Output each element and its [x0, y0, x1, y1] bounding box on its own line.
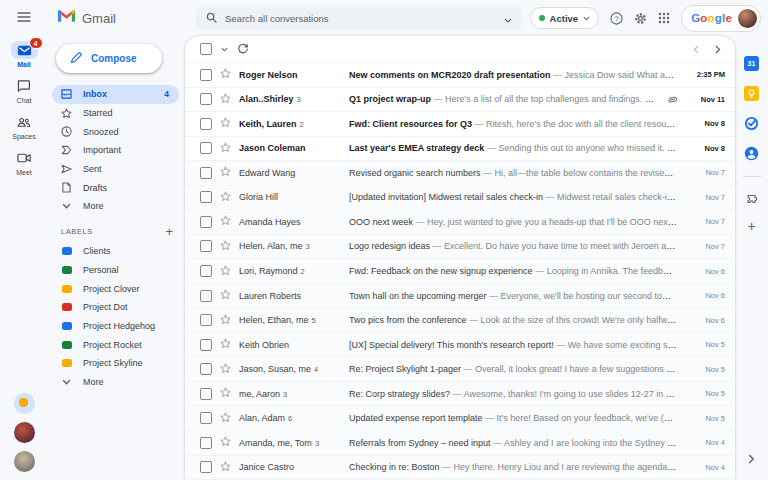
add-label-button[interactable]: + — [165, 227, 173, 237]
row-checkbox[interactable] — [200, 69, 212, 81]
star-icon[interactable] — [220, 215, 231, 228]
row-checkbox[interactable] — [200, 314, 212, 326]
calendar-icon[interactable]: 31 — [744, 56, 759, 71]
star-icon[interactable] — [220, 387, 231, 400]
older-page-button[interactable] — [715, 45, 721, 54]
profile-avatar-2[interactable] — [14, 422, 35, 443]
label-item-personal[interactable]: Personal — [48, 261, 179, 280]
row-checkbox[interactable] — [200, 437, 212, 449]
star-icon[interactable] — [220, 412, 231, 425]
help-button[interactable]: ? — [610, 12, 623, 25]
status-selector[interactable]: Active — [530, 7, 600, 29]
email-row[interactable]: Keith Obrien[UX] Special delivery! This … — [185, 333, 735, 358]
row-checkbox[interactable] — [200, 167, 212, 179]
email-row[interactable]: Keith, Lauren2Fwd: Client resources for … — [185, 112, 735, 137]
search-options-caret-icon[interactable] — [504, 9, 512, 27]
label-item-clients[interactable]: Clients — [48, 242, 179, 261]
sidebar-item-inbox[interactable]: Inbox4 — [52, 85, 179, 104]
label-item-project-clover[interactable]: Project Clover — [48, 279, 179, 298]
label-item-project-hedgehog[interactable]: Project Hedgehog — [48, 317, 179, 336]
row-checkbox[interactable] — [200, 461, 212, 473]
select-all-checkbox[interactable] — [200, 43, 212, 55]
thread-count: 3 — [306, 242, 310, 251]
expand-side-panel-button[interactable] — [748, 450, 755, 468]
account-pill[interactable]: Google — [681, 5, 761, 32]
star-icon[interactable] — [220, 68, 231, 81]
row-checkbox[interactable] — [200, 240, 212, 252]
star-icon[interactable] — [220, 265, 231, 278]
settings-gear-button[interactable] — [634, 12, 647, 25]
main-menu-button[interactable] — [0, 9, 48, 27]
label-item-project-skyline[interactable]: Project Skyline — [48, 354, 179, 373]
email-row[interactable]: Amanda, me, Tom3Referrals from Sydney – … — [185, 431, 735, 456]
star-icon[interactable] — [220, 93, 231, 106]
refresh-button[interactable] — [237, 43, 249, 55]
email-row[interactable]: Lori, Raymond2Fwd: Feedback on the new s… — [185, 259, 735, 284]
star-icon[interactable] — [220, 166, 231, 179]
row-checkbox[interactable] — [200, 142, 212, 154]
email-row[interactable]: me, Aaron3Re: Corp strategy slides? — Aw… — [185, 382, 735, 407]
star-icon[interactable] — [220, 338, 231, 351]
row-checkbox[interactable] — [200, 265, 212, 277]
email-row[interactable]: Jason, Susan, me4Re: Project Skylight 1-… — [185, 357, 735, 382]
email-row[interactable]: Alan..Shirley3Q1 project wrap-up — Here'… — [185, 88, 735, 113]
profile-avatar-3[interactable] — [14, 451, 35, 472]
star-icon[interactable] — [220, 117, 231, 130]
star-icon[interactable] — [220, 191, 231, 204]
contacts-icon[interactable] — [744, 146, 759, 161]
workspace-avatar[interactable] — [14, 393, 35, 414]
tasks-icon[interactable] — [744, 116, 759, 131]
star-icon[interactable] — [220, 461, 231, 474]
row-checkbox[interactable] — [200, 290, 212, 302]
row-checkbox[interactable] — [200, 412, 212, 424]
sidebar-item-sent[interactable]: Sent — [48, 160, 179, 179]
row-checkbox[interactable] — [200, 363, 212, 375]
sidebar-item-starred[interactable]: Starred — [48, 104, 179, 123]
addons-icon[interactable] — [745, 192, 759, 206]
rail-item-spaces[interactable]: Spaces — [12, 113, 35, 140]
email-row[interactable]: Amanda HayesOOO next week — Hey, just wa… — [185, 210, 735, 235]
star-icon[interactable] — [220, 314, 231, 327]
select-options-caret-icon[interactable] — [221, 47, 228, 52]
label-item-project-dot[interactable]: Project Dot — [48, 298, 179, 317]
sidebar-item-important[interactable]: Important — [48, 141, 179, 160]
email-row[interactable]: Janice CastroChecking in re: Boston — He… — [185, 456, 735, 480]
search-icon — [206, 9, 217, 27]
compose-button[interactable]: Compose — [56, 44, 162, 73]
star-icon[interactable] — [220, 240, 231, 253]
email-row[interactable]: Lauren RobertsTown hall on the upcoming … — [185, 284, 735, 309]
row-checkbox[interactable] — [200, 388, 212, 400]
star-icon[interactable] — [220, 289, 231, 302]
side-panel-divider — [743, 176, 761, 177]
row-checkbox[interactable] — [200, 191, 212, 203]
email-row[interactable]: Helen, Alan, me3Logo redesign ideas — Ex… — [185, 235, 735, 260]
sidebar-item-more[interactable]: More — [48, 197, 179, 216]
plus-button[interactable]: + — [747, 221, 755, 231]
newer-page-button[interactable] — [693, 45, 699, 54]
row-checkbox[interactable] — [200, 93, 212, 105]
star-icon[interactable] — [220, 142, 231, 155]
rail-item-meet[interactable]: Meet — [16, 149, 32, 176]
star-icon[interactable] — [220, 363, 231, 376]
email-row[interactable]: Edward WangRevised organic search number… — [185, 161, 735, 186]
sidebar-item-drafts[interactable]: Drafts — [48, 178, 179, 197]
sender-name: Amanda, me, Tom — [239, 438, 312, 448]
row-checkbox[interactable] — [200, 118, 212, 130]
sidebar-item-snoozed[interactable]: Snoozed — [48, 122, 179, 141]
search-bar[interactable]: Search all conversations — [196, 7, 522, 30]
rail-item-chat[interactable]: Chat — [17, 77, 32, 104]
email-row[interactable]: Alan, Adam6Updated expense report templa… — [185, 406, 735, 431]
row-checkbox[interactable] — [200, 339, 212, 351]
email-date: Nov 5 — [685, 365, 725, 374]
label-item-project-rocket[interactable]: Project Rocket — [48, 335, 179, 354]
email-row[interactable]: Roger NelsonNew comments on MCR2020 draf… — [185, 63, 735, 88]
email-row[interactable]: Jason ColemanLast year's EMEA strategy d… — [185, 137, 735, 162]
keep-icon[interactable] — [744, 86, 759, 101]
google-apps-grid-button[interactable] — [658, 12, 670, 24]
star-icon[interactable] — [220, 436, 231, 449]
row-checkbox[interactable] — [200, 216, 212, 228]
email-row[interactable]: Helen, Ethan, me5Two pics from the confe… — [185, 308, 735, 333]
rail-item-mail[interactable]: 4Mail — [11, 41, 38, 68]
sidebar-item-more-labels[interactable]: More — [48, 373, 179, 392]
email-row[interactable]: Gloria Hill[Updated invitation] Midwest … — [185, 186, 735, 211]
